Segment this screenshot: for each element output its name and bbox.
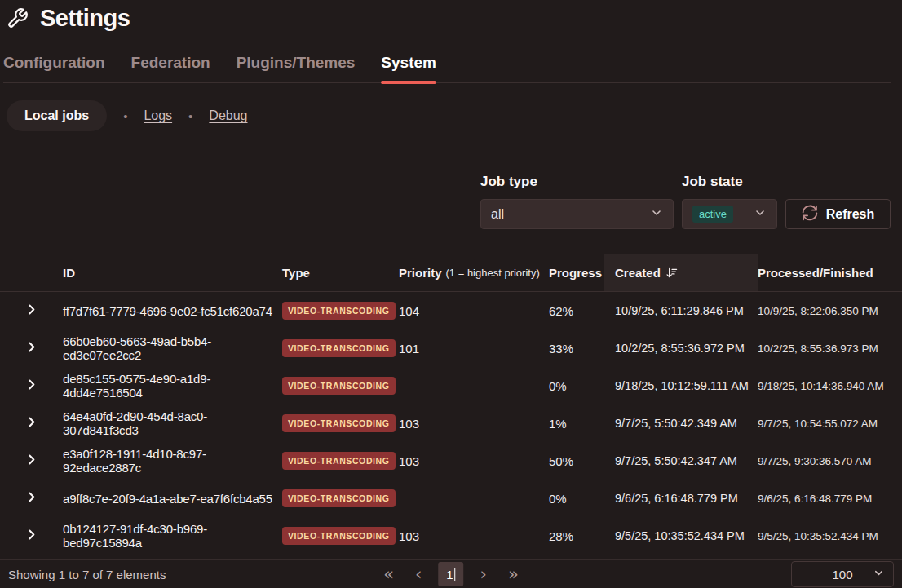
chevron-right-icon [24, 528, 38, 544]
tab-configuration[interactable]: Configuration [3, 54, 105, 72]
expand-row-button[interactable] [0, 415, 63, 431]
subnav-item-debug[interactable]: Debug [209, 108, 247, 123]
expand-row-button[interactable] [0, 490, 63, 506]
expand-cell [0, 378, 63, 394]
job-created-cell: 10/9/25, 6:11:29.846 PM [615, 304, 758, 317]
job-state-filter: Job state active [682, 174, 777, 229]
prev-page-icon: ‹ [415, 564, 422, 584]
table-footer: Showing 1 to 7 of 7 elements « ‹ 1 › » 1… [0, 559, 902, 588]
job-type-cell: VIDEO-TRANSCODING [282, 414, 399, 432]
job-state-badge: active [692, 206, 733, 223]
subnav-item-logs[interactable]: Logs [144, 108, 172, 123]
tab-federation[interactable]: Federation [131, 54, 210, 72]
expand-row-button[interactable] [0, 340, 63, 356]
pagination: « ‹ 1 › » [378, 562, 524, 586]
expand-row-button[interactable] [0, 303, 63, 319]
page-size-value: 100 [832, 568, 852, 581]
job-type-label: Job type [480, 174, 674, 190]
expand-cell [0, 340, 63, 356]
chevron-right-icon [24, 303, 38, 319]
job-type-value: all [491, 207, 504, 222]
job-progress-cell: 0% [549, 492, 615, 506]
chevron-right-icon [24, 340, 38, 356]
dot-separator: • [123, 109, 127, 123]
subnav-item-local-jobs[interactable]: Local jobs [7, 100, 107, 131]
page-header: Settings [7, 0, 130, 36]
page-size-select[interactable]: 100 [791, 561, 894, 587]
job-id-cell: de85c155-0575-4e90-a1d9-4dd4e7516504 [63, 372, 282, 400]
refresh-icon [802, 205, 818, 224]
column-header-created[interactable]: Created [604, 254, 758, 291]
job-progress-cell: 0% [549, 379, 615, 393]
job-priority-cell: 104 [399, 304, 549, 318]
job-type-badge: VIDEO-TRANSCODING [282, 302, 396, 320]
job-processed-cell: 9/6/25, 6:16:48.779 PM [758, 493, 902, 505]
job-type-badge: VIDEO-TRANSCODING [282, 339, 396, 357]
table-row: de85c155-0575-4e90-a1d9-4dd4e7516504 VID… [0, 367, 902, 405]
refresh-button[interactable]: Refresh [785, 199, 891, 229]
next-page-button[interactable]: › [475, 564, 492, 585]
expand-row-button[interactable] [0, 378, 63, 394]
job-type-badge: VIDEO-TRANSCODING [282, 527, 396, 545]
job-filters: Job type all Job state active [480, 174, 891, 229]
first-page-button[interactable]: « [378, 564, 399, 585]
job-type-cell: VIDEO-TRANSCODING [282, 527, 399, 545]
job-type-cell: VIDEO-TRANSCODING [282, 489, 399, 507]
table-row: ff7d7f61-7779-4696-9e02-fc51cf620a74 VID… [0, 292, 902, 329]
expand-cell [0, 490, 63, 506]
job-processed-cell: 9/7/25, 10:54:55.072 AM [758, 418, 902, 430]
job-type-filter: Job type all [480, 174, 674, 229]
job-created-cell: 9/18/25, 10:12:59.111 AM [615, 379, 758, 392]
job-state-label: Job state [682, 174, 777, 190]
job-type-badge: VIDEO-TRANSCODING [282, 489, 396, 507]
expand-cell [0, 415, 63, 431]
job-created-cell: 9/6/25, 6:16:48.779 PM [615, 492, 758, 505]
job-processed-cell: 9/5/25, 10:35:52.434 PM [758, 530, 902, 542]
chevron-down-icon [754, 206, 767, 223]
column-header-type: Type [282, 254, 399, 291]
expand-row-button[interactable] [0, 453, 63, 469]
table-row: a9ff8c7e-20f9-4a1a-abe7-ea7f6fcb4a55 VID… [0, 480, 902, 517]
page-number-input[interactable]: 1 [439, 562, 464, 586]
page-title: Settings [40, 5, 130, 32]
job-progress-cell: 62% [549, 304, 615, 318]
next-page-icon: › [480, 564, 487, 584]
table-body: ff7d7f61-7779-4696-9e02-fc51cf620a74 VID… [0, 292, 902, 555]
chevron-down-icon [650, 206, 663, 223]
wrench-icon [7, 7, 29, 29]
job-processed-cell: 9/7/25, 9:30:36.570 AM [758, 455, 902, 467]
chevron-right-icon [24, 453, 38, 469]
job-created-cell: 9/7/25, 5:50:42.347 AM [615, 454, 758, 467]
priority-hint: (1 = highest priority) [446, 267, 540, 279]
job-priority-cell: 101 [399, 342, 549, 356]
job-type-cell: VIDEO-TRANSCODING [282, 452, 399, 470]
expand-row-button[interactable] [0, 528, 63, 544]
table-row: 0b124127-91df-4c30-b969-bed97c15894a VID… [0, 517, 902, 555]
job-progress-cell: 50% [549, 454, 615, 468]
prev-page-button[interactable]: ‹ [410, 564, 427, 585]
tab-system[interactable]: System [381, 54, 436, 72]
job-processed-cell: 10/2/25, 8:55:36.973 PM [758, 343, 902, 355]
job-progress-cell: 28% [549, 529, 615, 543]
settings-page: Settings Configuration Federation Plugin… [0, 0, 902, 588]
job-type-select[interactable]: all [480, 199, 674, 229]
results-summary: Showing 1 to 7 of 7 elements [8, 568, 166, 581]
job-progress-cell: 33% [549, 342, 615, 356]
job-state-select[interactable]: active [682, 199, 777, 229]
expand-column-header [0, 254, 63, 291]
expand-cell [0, 528, 63, 544]
chevron-right-icon [24, 490, 38, 506]
tab-plugins-themes[interactable]: Plugins/Themes [237, 54, 356, 72]
job-processed-cell: 9/18/25, 10:14:36.940 AM [758, 380, 902, 392]
text-caret [455, 568, 456, 581]
table-row: 66b0eb60-5663-49ad-b5b4-ed3e07ee2cc2 VID… [0, 329, 902, 367]
job-type-cell: VIDEO-TRANSCODING [282, 339, 399, 357]
column-header-priority: Priority (1 = highest priority) [399, 254, 549, 291]
job-type-badge: VIDEO-TRANSCODING [282, 452, 396, 470]
chevron-right-icon [24, 415, 38, 431]
expand-cell [0, 303, 63, 319]
last-page-button[interactable]: » [503, 564, 524, 585]
chevron-right-icon [24, 378, 38, 394]
column-header-processed: Processed/Finished [758, 254, 902, 291]
job-id-cell: 0b124127-91df-4c30-b969-bed97c15894a [63, 522, 282, 550]
